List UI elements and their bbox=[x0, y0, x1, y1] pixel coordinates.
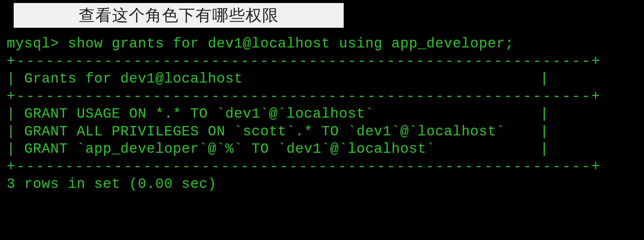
table-pipe: | bbox=[374, 106, 549, 122]
table-pipe: | bbox=[7, 71, 24, 87]
table-border-mid: +---------------------------------------… bbox=[7, 88, 637, 106]
table-pipe: | bbox=[7, 106, 24, 122]
terminal-output: mysql> show grants for dev1@localhost us… bbox=[0, 32, 644, 193]
table-border-top: +---------------------------------------… bbox=[7, 53, 637, 71]
table-row: | GRANT USAGE ON *.* TO `dev1`@`localhos… bbox=[7, 105, 637, 123]
table-pipe: | bbox=[243, 71, 549, 87]
command-line: mysql> show grants for dev1@localhost us… bbox=[7, 35, 637, 53]
table-border-bottom: +---------------------------------------… bbox=[7, 158, 637, 176]
result-summary: 3 rows in set (0.00 sec) bbox=[7, 175, 637, 193]
table-row: | GRANT `app_developer`@`%` TO `dev1`@`l… bbox=[7, 140, 637, 158]
table-header-row: | Grants for dev1@localhost | bbox=[7, 70, 637, 88]
table-pipe: | bbox=[435, 141, 549, 157]
table-row: | GRANT ALL PRIVILEGES ON `scott`.* TO `… bbox=[7, 123, 637, 141]
table-pipe: | bbox=[505, 124, 549, 140]
caption-text: 查看这个角色下有哪些权限 bbox=[79, 5, 279, 26]
sql-command[interactable]: show grants for dev1@localhost using app… bbox=[68, 36, 514, 52]
table-header-text: Grants for dev1@localhost bbox=[24, 71, 243, 87]
caption-box: 查看这个角色下有哪些权限 bbox=[13, 2, 345, 29]
table-pipe: | bbox=[7, 141, 24, 157]
mysql-prompt: mysql> bbox=[7, 36, 68, 52]
grant-statement: GRANT ALL PRIVILEGES ON `scott`.* TO `de… bbox=[24, 124, 505, 140]
grant-statement: GRANT USAGE ON *.* TO `dev1`@`localhost` bbox=[24, 106, 374, 122]
table-pipe: | bbox=[7, 124, 24, 140]
grant-statement: GRANT `app_developer`@`%` TO `dev1`@`loc… bbox=[24, 141, 435, 157]
